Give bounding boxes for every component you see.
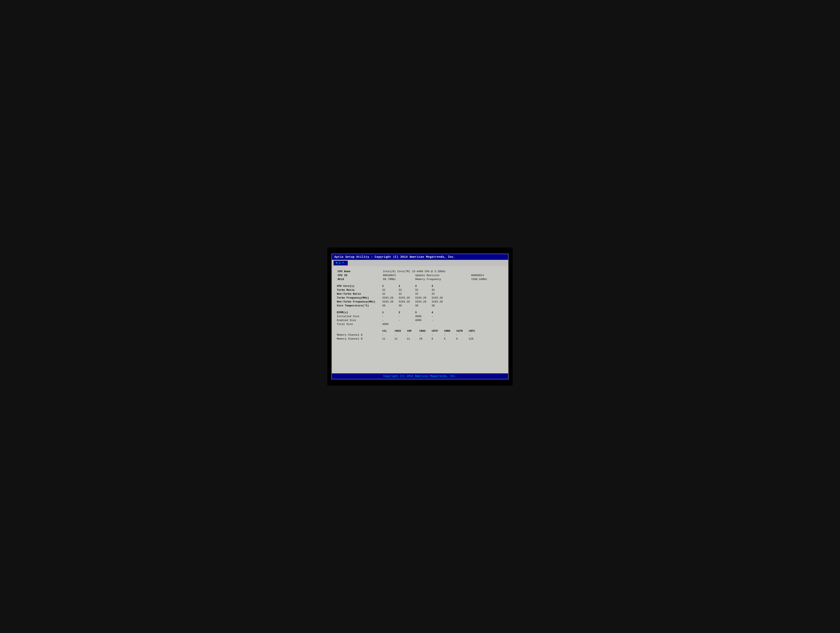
non-turbo-freq-2: 3193.28 xyxy=(399,300,415,303)
channel-b-trp: 11 xyxy=(407,337,419,340)
installed-size-2: - xyxy=(399,315,415,318)
non-turbo-ratio-3: 32 xyxy=(415,293,431,296)
non-turbo-freq-row: Non-Turbo Frequency(MHz) 3193.28 3193.28… xyxy=(337,300,503,304)
non-turbo-ratio-4: 32 xyxy=(431,293,448,296)
timing-tcl: tCL xyxy=(382,329,395,332)
enabled-size-2: - xyxy=(399,319,415,322)
channel-a-trp: - xyxy=(407,333,419,337)
total-size-row: Total Size 4096 xyxy=(337,322,503,326)
core-col-4: 4 xyxy=(431,285,448,288)
cpu-id-value: 000306C3 xyxy=(382,274,407,277)
non-turbo-freq-label: Non-Turbo Frequency(MHz) xyxy=(337,300,382,303)
gap3 xyxy=(337,326,503,329)
turbo-freq-1: 3193.28 xyxy=(382,296,399,299)
channel-b-row: Memory Channel B 11 11 11 28 6 5 6 128 xyxy=(337,337,503,341)
content-area: CPU Name Intel(R) Core(TM) i5-4460 CPU @… xyxy=(332,266,508,373)
non-turbo-ratio-2: 32 xyxy=(399,293,415,296)
mit-tab[interactable]: M.I.T. xyxy=(333,261,348,266)
timing-trtp: tRTP xyxy=(431,329,444,332)
dimm-header-label: DIMM(s) xyxy=(337,311,382,314)
channel-b-trfc: 128 xyxy=(469,337,481,340)
turbo-ratio-4: 32 xyxy=(431,288,448,291)
channel-b-trcd: 11 xyxy=(395,337,407,340)
enabled-size-label: Enabled Size xyxy=(337,319,382,322)
turbo-ratio-row: Turbo Ratio 32 32 32 32 xyxy=(337,288,503,292)
channel-a-label: Memory Channel A xyxy=(337,333,382,337)
turbo-ratio-3: 32 xyxy=(415,288,431,291)
non-turbo-ratio-label: Non-Turbo Ratio xyxy=(337,293,382,296)
turbo-freq-2: 3193.28 xyxy=(399,296,415,299)
bios-window: Aptio Setup Utility - Copyright (C) 2014… xyxy=(332,254,508,379)
cpu-cores-header-label: CPU Core(s) xyxy=(337,285,382,288)
total-size-2 xyxy=(399,323,415,326)
dimm-col-3: 3 xyxy=(415,311,431,314)
core-col-3: 3 xyxy=(415,285,431,288)
cpu-name-label: CPU Name xyxy=(337,269,382,274)
dimm-col-1: 1 xyxy=(382,311,399,314)
installed-size-row: Installed Size - - 4096 - xyxy=(337,315,503,318)
core-col-1: 1 xyxy=(382,285,399,288)
gap2 xyxy=(337,308,503,310)
turbo-ratio-2: 32 xyxy=(399,288,415,291)
non-turbo-ratio-1: 32 xyxy=(382,293,399,296)
memory-frequency-label: Memory Frequency xyxy=(407,277,467,281)
channel-a-tras: - xyxy=(419,333,431,337)
total-size-4 xyxy=(431,323,448,326)
total-size-label: Total Size xyxy=(337,323,382,326)
channel-b-tras: 28 xyxy=(419,337,431,340)
enabled-size-row: Enabled Size - - 4096 - xyxy=(337,318,503,322)
cpu-name-value: Intel(R) Core(TM) i5-4460 CPU @ 3.20GHz xyxy=(382,269,503,274)
installed-size-label: Installed Size xyxy=(337,315,382,318)
channel-b-trtp: 6 xyxy=(431,337,444,340)
total-size-3 xyxy=(415,323,431,326)
channel-b-trrd: 5 xyxy=(444,337,456,340)
core-temp-label: Core Temperature(°C) xyxy=(337,304,382,307)
dimm-col-2: 2 xyxy=(399,311,415,314)
gap1 xyxy=(337,281,503,284)
screen-wrapper: Aptio Setup Utility - Copyright (C) 2014… xyxy=(327,247,513,386)
top-bar: Aptio Setup Utility - Copyright (C) 2014… xyxy=(332,254,508,260)
channel-a-row: Memory Channel A - - - - - - - - xyxy=(337,333,503,337)
core-temp-4: 38 xyxy=(431,304,448,307)
installed-size-4: - xyxy=(431,315,448,318)
footer-bar: Copyright (C) 2014 American Megatrends, … xyxy=(332,373,508,379)
tab-bar: M.I.T. xyxy=(332,260,508,266)
cpu-info-table: CPU Name Intel(R) Core(TM) i5-4460 CPU @… xyxy=(337,269,503,281)
bclk-row: BCLK 99.79MHz Memory Frequency 1596.64MH… xyxy=(337,277,503,281)
timing-trp: tRP xyxy=(407,329,419,332)
timing-twtr: tWTR xyxy=(456,329,469,332)
timing-trcd: tRCD xyxy=(395,329,407,332)
dimm-header-row: DIMM(s) 1 2 3 4 xyxy=(337,310,503,315)
turbo-freq-row: Turbo Frequency(MHz) 3193.28 3193.28 319… xyxy=(337,296,503,300)
non-turbo-freq-3: 3193.28 xyxy=(415,300,431,303)
non-turbo-freq-4: 3193.28 xyxy=(431,300,448,303)
dimm-section: DIMM(s) 1 2 3 4 Installed Size - - 4096 … xyxy=(337,310,503,326)
total-size-value: 4096 xyxy=(382,323,399,326)
cpu-cores-section: CPU Core(s) 1 2 3 4 Turbo Ratio 32 32 32… xyxy=(337,284,503,308)
timing-trrd: tRRD xyxy=(444,329,456,332)
non-turbo-ratio-row: Non-Turbo Ratio 32 32 32 32 xyxy=(337,292,503,296)
enabled-size-3: 4096 xyxy=(415,319,431,322)
bclk-value: 99.79MHz xyxy=(382,277,407,281)
timing-empty-col xyxy=(337,329,382,332)
memory-frequency-value: 1596.64MHz xyxy=(467,277,503,281)
channel-a-trrd: - xyxy=(444,333,456,337)
channel-a-trcd: - xyxy=(395,333,407,337)
timing-header-row: tCL tRCD tRP tRAS tRTP tRRD tWTR tRFC xyxy=(337,329,503,333)
title-text: Aptio Setup Utility - Copyright (C) 2014… xyxy=(334,255,455,259)
turbo-freq-3: 3193.28 xyxy=(415,296,431,299)
update-revision-label: Update Revision xyxy=(407,274,467,277)
enabled-size-1: - xyxy=(382,319,399,322)
core-col-2: 2 xyxy=(399,285,415,288)
core-temp-row: Core Temperature(°C) 38 38 38 38 xyxy=(337,304,503,308)
enabled-size-4: - xyxy=(431,319,448,322)
turbo-ratio-1: 32 xyxy=(382,288,399,291)
turbo-freq-4: 3193.28 xyxy=(431,296,448,299)
turbo-ratio-label: Turbo Ratio xyxy=(337,288,382,291)
channel-b-tcl: 11 xyxy=(382,337,395,340)
cpu-id-label: CPU ID xyxy=(337,274,382,277)
channel-b-label: Memory Channel B xyxy=(337,337,382,340)
channel-b-twtr: 6 xyxy=(456,337,469,340)
installed-size-3: 4096 xyxy=(415,315,431,318)
turbo-freq-label: Turbo Frequency(MHz) xyxy=(337,296,382,299)
